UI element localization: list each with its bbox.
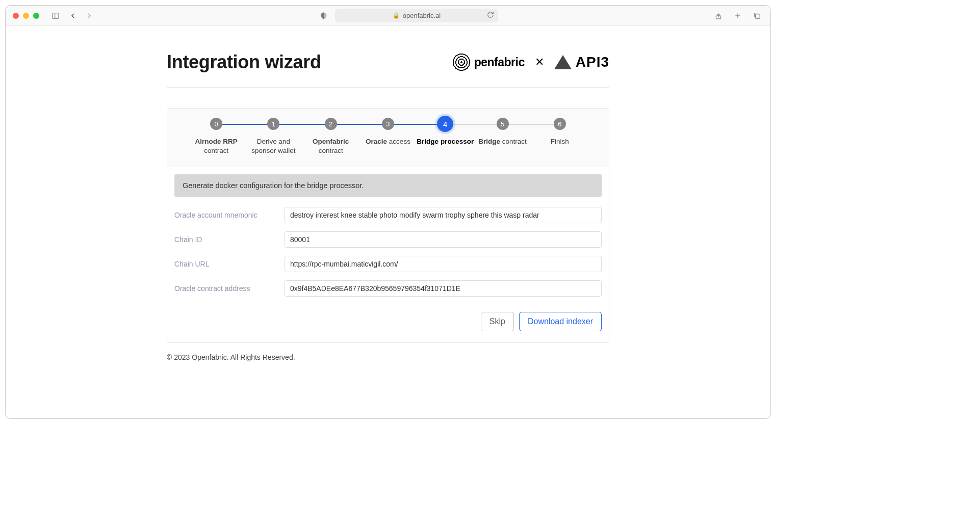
step-label: Oracle access xyxy=(366,137,410,146)
step-number: 1 xyxy=(267,118,279,130)
share-icon[interactable] xyxy=(712,10,725,22)
step-number: 5 xyxy=(497,118,509,130)
new-tab-icon[interactable] xyxy=(732,10,744,22)
openfabric-icon xyxy=(452,52,471,72)
refresh-icon[interactable] xyxy=(487,11,494,20)
page-content: Integration wizard penfabric ✕ API3 0 xyxy=(6,26,770,361)
form-row-chain-url: Chain URL xyxy=(174,256,602,272)
skip-button[interactable]: Skip xyxy=(481,312,514,331)
api3-logo: API3 xyxy=(554,54,609,70)
address-bar[interactable]: 🔒 openfabric.ai xyxy=(335,9,498,22)
browser-right-controls xyxy=(712,10,763,22)
logo-separator: ✕ xyxy=(535,56,544,69)
step-label: Bridge contract xyxy=(478,137,527,146)
step-number: 2 xyxy=(325,118,337,130)
tab-overview-icon[interactable] xyxy=(751,10,763,22)
svg-rect-0 xyxy=(53,13,59,18)
oracle-mnemonic-input[interactable] xyxy=(285,207,602,223)
form-label: Oracle contract address xyxy=(174,284,285,293)
step-connector xyxy=(503,124,560,125)
wizard-panel: 0 Airnode RRP contract 1 Derive and spon… xyxy=(167,108,609,343)
action-buttons: Skip Download indexer xyxy=(167,312,609,342)
step-number: 0 xyxy=(210,118,222,130)
sidebar-toggle-icon[interactable] xyxy=(49,10,62,22)
form-label: Chain ID xyxy=(174,235,285,244)
chain-id-input[interactable] xyxy=(285,231,602,248)
lock-icon: 🔒 xyxy=(393,12,400,19)
footer-copyright: © 2023 Openfabric. All Rights Reserved. xyxy=(167,353,609,361)
form-row-chain-id: Chain ID xyxy=(174,231,602,248)
stepper: 0 Airnode RRP contract 1 Derive and spon… xyxy=(167,109,609,167)
privacy-shield-icon[interactable] xyxy=(318,10,330,22)
api3-icon xyxy=(554,55,572,69)
step-label: Airnode RRP contract xyxy=(188,137,245,155)
step-connector xyxy=(331,124,388,125)
maximize-window-button[interactable] xyxy=(33,13,39,19)
form-row-contract-address: Oracle contract address xyxy=(174,280,602,297)
step-label: Finish xyxy=(551,137,569,146)
close-window-button[interactable] xyxy=(13,13,19,19)
step-number: 4 xyxy=(437,116,453,132)
partner-logos: penfabric ✕ API3 xyxy=(452,52,609,72)
form-label: Oracle account mnemonic xyxy=(174,211,285,219)
nav-arrows xyxy=(67,10,95,22)
svg-rect-6 xyxy=(756,14,760,18)
browser-toolbar: 🔒 openfabric.ai xyxy=(6,6,770,26)
step-connector xyxy=(273,124,330,125)
download-indexer-button[interactable]: Download indexer xyxy=(519,312,602,331)
step-airnode-rrp[interactable]: 0 Airnode RRP contract xyxy=(188,118,245,155)
oracle-contract-address-input[interactable] xyxy=(285,280,602,297)
openfabric-logo: penfabric xyxy=(452,52,525,72)
form-row-mnemonic: Oracle account mnemonic xyxy=(174,207,602,223)
step-number: 3 xyxy=(382,118,394,130)
page-header: Integration wizard penfabric ✕ API3 xyxy=(167,51,609,88)
api3-wordmark: API3 xyxy=(576,54,609,70)
form-label: Chain URL xyxy=(174,260,285,268)
form: Oracle account mnemonic Chain ID Chain U… xyxy=(167,204,609,312)
minimize-window-button[interactable] xyxy=(23,13,29,19)
url-text: openfabric.ai xyxy=(403,12,441,19)
step-number: 6 xyxy=(554,118,566,130)
step-label: Bridge processor xyxy=(417,137,474,146)
chain-url-input[interactable] xyxy=(285,256,602,272)
forward-button[interactable] xyxy=(83,10,95,22)
step-label: Derive and sponsor wallet xyxy=(245,137,302,155)
page-title: Integration wizard xyxy=(167,51,321,73)
step-description: Generate docker configuration for the br… xyxy=(174,174,602,197)
openfabric-wordmark: penfabric xyxy=(474,56,525,69)
back-button[interactable] xyxy=(67,10,79,22)
step-connector xyxy=(445,124,502,125)
window-controls xyxy=(13,13,39,19)
step-connector xyxy=(216,124,273,125)
step-label: Openfabric contract xyxy=(302,137,359,155)
